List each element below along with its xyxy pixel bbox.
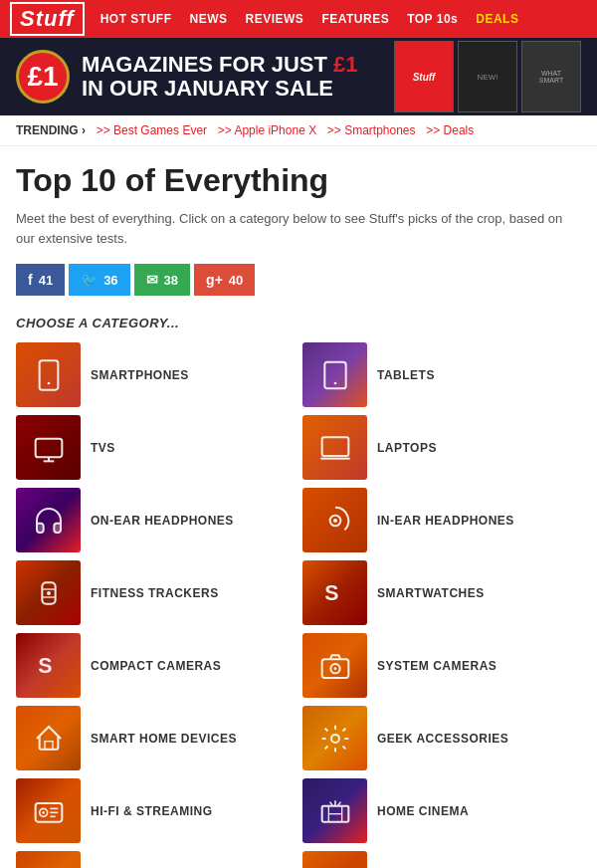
category-games-machines[interactable]: GAMES MACHINES — [302, 851, 581, 868]
category-system-cameras[interactable]: SYSTEM CAMERAS — [302, 633, 581, 698]
twitter-count: 36 — [103, 273, 117, 288]
choose-category-label: CHOOSE A CATEGORY... — [16, 316, 581, 330]
category-thumb-geek — [302, 706, 367, 770]
site-logo[interactable]: Stuff — [10, 2, 85, 36]
watch-icon: S — [319, 577, 351, 609]
category-name-smarthome: SMART HOME DEVICES — [91, 732, 237, 746]
smartphone-icon — [33, 359, 65, 391]
category-name-smartwatches: SMARTWATCHES — [377, 586, 485, 600]
header: Stuff HOT STUFF NEWS REVIEWS FEATURES TO… — [0, 0, 597, 38]
trending-bar: TRENDING › >> Best Games Ever >> Apple i… — [0, 115, 597, 146]
svg-text:S: S — [38, 653, 52, 677]
googleplus-share-button[interactable]: g+ 40 — [194, 264, 255, 296]
svg-rect-0 — [39, 360, 58, 389]
svg-rect-20 — [45, 741, 53, 749]
category-fitness-trackers[interactable]: FITNESS TRACKERS — [16, 560, 295, 625]
svg-rect-4 — [35, 438, 62, 457]
category-name-homecinema: HOME CINEMA — [377, 804, 469, 818]
category-tvs[interactable]: TVS — [16, 415, 295, 480]
category-laptops[interactable]: LAPTOPS — [302, 415, 581, 480]
category-name-onear: ON-EAR HEADPHONES — [91, 514, 234, 528]
category-thumb-fitness — [16, 560, 81, 625]
category-name-smartphones: SMARTPHONES — [91, 368, 189, 382]
category-thumb-hifi — [16, 778, 81, 843]
category-home-cinema[interactable]: HOME CINEMA — [302, 778, 581, 843]
inear-icon — [319, 505, 351, 537]
facebook-share-button[interactable]: f 41 — [16, 264, 65, 296]
category-name-tablets: TABLETS — [377, 368, 435, 382]
category-thumb-onear — [16, 488, 81, 552]
category-thumb-inear — [302, 488, 367, 552]
promo-banner[interactable]: £1 MAGAZINES FOR JUST £1IN OUR JANUARY S… — [0, 38, 597, 115]
category-name-hifi: HI-FI & STREAMING — [91, 804, 213, 818]
googleplus-count: 40 — [229, 273, 243, 288]
category-name-geek: GEEK ACCESSORIES — [377, 732, 508, 746]
category-thumb-smarthome — [16, 706, 81, 770]
category-smartwatches[interactable]: S SMARTWATCHES — [302, 560, 581, 625]
category-geek-accessories[interactable]: GEEK ACCESSORIES — [302, 706, 581, 770]
svg-point-21 — [331, 735, 339, 743]
banner-left: £1 MAGAZINES FOR JUST £1IN OUR JANUARY S… — [16, 50, 358, 104]
svg-point-19 — [333, 667, 336, 670]
svg-point-14 — [47, 591, 51, 595]
trending-smartphones[interactable]: >> Smartphones — [320, 123, 415, 137]
category-compact-cameras[interactable]: S COMPACT CAMERAS — [16, 633, 295, 698]
category-inear-headphones[interactable]: IN-EAR HEADPHONES — [302, 488, 581, 552]
category-thumb-tablets — [302, 342, 367, 407]
social-share-bar: f 41 🐦 36 ✉ 38 g+ 40 — [16, 264, 581, 296]
svg-rect-2 — [324, 361, 345, 388]
category-thumb-laptops — [302, 415, 367, 480]
category-thumb-system — [302, 633, 367, 698]
headphone-icon — [33, 505, 65, 537]
banner-img-stuff: Stuff — [394, 41, 454, 112]
main-content: Top 10 of Everything Meet the best of ev… — [0, 146, 597, 868]
page-title: Top 10 of Everything — [16, 162, 581, 199]
nav-reviews[interactable]: REVIEWS — [246, 12, 304, 26]
email-count: 38 — [164, 273, 178, 288]
svg-rect-7 — [321, 437, 348, 456]
nav-top10s[interactable]: TOP 10s — [407, 12, 458, 26]
category-onear-headphones[interactable]: ON-EAR HEADPHONES — [16, 488, 295, 552]
nav-news[interactable]: NEWS — [190, 12, 228, 26]
homecinema-icon — [319, 795, 351, 827]
category-thumb-games: S — [16, 851, 81, 868]
twitter-icon: 🐦 — [81, 272, 98, 288]
trending-label: TRENDING › — [16, 123, 86, 137]
category-smart-home[interactable]: SMART HOME DEVICES — [16, 706, 295, 770]
category-smartphones[interactable]: SMARTPHONES — [16, 342, 295, 407]
nav-hot-stuff[interactable]: HOT STUFF — [100, 12, 172, 26]
category-name-tvs: TVS — [91, 441, 115, 455]
category-games[interactable]: S GAMES — [16, 851, 295, 868]
trending-best-games[interactable]: >> Best Games Ever — [90, 123, 207, 137]
banner-images: Stuff NEW! WHATSMART — [394, 41, 581, 112]
pound-icon: £1 — [16, 50, 70, 104]
nav-deals[interactable]: DEALS — [476, 12, 518, 26]
svg-point-10 — [333, 519, 337, 523]
nav-features[interactable]: FEATURES — [321, 12, 389, 26]
category-thumb-homecinema — [302, 778, 367, 843]
category-thumb-tvs — [16, 415, 81, 480]
hifi-icon — [33, 795, 65, 827]
banner-img-3: WHATSMART — [521, 41, 581, 112]
trending-iphone[interactable]: >> Apple iPhone X — [211, 123, 316, 137]
category-name-laptops: LAPTOPS — [377, 441, 437, 455]
googleplus-icon: g+ — [206, 272, 223, 288]
email-share-button[interactable]: ✉ 38 — [134, 264, 190, 296]
smarthome-icon — [33, 723, 65, 755]
laptop-icon — [319, 432, 351, 464]
category-thumb-compact: S — [16, 633, 81, 698]
category-thumb-smartwatches: S — [302, 560, 367, 625]
category-tablets[interactable]: TABLETS — [302, 342, 581, 407]
camera-icon: S — [33, 650, 65, 682]
main-nav: HOT STUFF NEWS REVIEWS FEATURES TOP 10s … — [100, 12, 519, 26]
geek-icon — [319, 723, 351, 755]
twitter-share-button[interactable]: 🐦 36 — [69, 264, 129, 296]
category-hifi-streaming[interactable]: HI-FI & STREAMING — [16, 778, 295, 843]
trending-deals[interactable]: >> Deals — [420, 123, 475, 137]
svg-text:S: S — [324, 580, 338, 604]
banner-text: MAGAZINES FOR JUST £1IN OUR JANUARY SALE — [82, 53, 358, 101]
banner-img-2: NEW! — [458, 41, 517, 112]
category-name-fitness: FITNESS TRACKERS — [91, 586, 219, 600]
systemcam-icon — [319, 650, 351, 682]
facebook-count: 41 — [39, 273, 53, 288]
